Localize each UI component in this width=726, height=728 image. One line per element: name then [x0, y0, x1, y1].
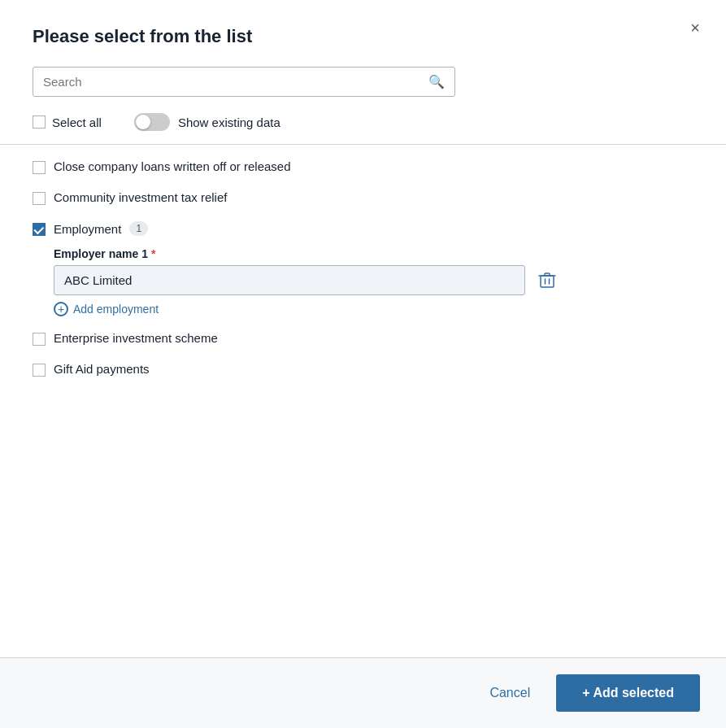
list-item-employment: Employment 1	[0, 213, 726, 244]
item-checkbox-enterprise[interactable]	[33, 333, 46, 346]
svg-rect-0	[541, 276, 554, 287]
modal-dialog: Please select from the list × 🔍 Select a…	[0, 0, 726, 728]
list-item: Community investment tax relief	[0, 182, 726, 213]
show-existing-text: Show existing data	[178, 116, 280, 129]
modal-title: Please select from the list	[33, 26, 693, 47]
list-item: Gift Aid payments	[0, 354, 726, 385]
show-existing-toggle[interactable]	[134, 113, 170, 131]
select-all-text: Select all	[52, 116, 102, 129]
controls-row: Select all Show existing data	[0, 110, 726, 144]
search-box: 🔍	[33, 67, 455, 97]
add-employment-button[interactable]: + Add employment	[54, 295, 159, 320]
employer-input-row	[54, 265, 693, 295]
employer-name-label: Employer name 1*	[54, 247, 693, 260]
item-label-community: Community investment tax relief	[54, 190, 227, 204]
modal-header: Please select from the list ×	[0, 0, 726, 60]
modal-overlay: Please select from the list × 🔍 Select a…	[0, 0, 726, 728]
item-label-close-company: Close company loans written off or relea…	[54, 159, 291, 173]
item-checkbox-close-company[interactable]	[33, 161, 46, 174]
item-checkbox-community[interactable]	[33, 192, 46, 205]
list-item: Enterprise investment scheme	[0, 323, 726, 354]
add-employment-plus-icon: +	[54, 302, 68, 316]
search-input[interactable]	[43, 75, 428, 89]
cancel-button[interactable]: Cancel	[476, 678, 543, 708]
select-all-checkbox[interactable]	[33, 116, 46, 129]
show-existing-toggle-label[interactable]: Show existing data	[134, 113, 280, 131]
item-label-enterprise: Enterprise investment scheme	[54, 331, 218, 345]
item-label-gift-aid: Gift Aid payments	[54, 362, 150, 376]
search-icon: 🔍	[428, 74, 445, 89]
search-section: 🔍	[0, 60, 726, 110]
employment-details: Employer name 1* +	[0, 244, 726, 323]
add-selected-button[interactable]: + Add selected	[556, 674, 700, 712]
item-label-employment: Employment 1	[54, 221, 148, 236]
list-section[interactable]: Close company loans written off or relea…	[0, 145, 726, 657]
trash-icon	[538, 271, 556, 290]
employment-text: Employment	[54, 222, 121, 236]
delete-employer-button[interactable]	[535, 268, 559, 294]
item-checkbox-employment[interactable]	[33, 223, 46, 236]
required-star: *	[151, 247, 155, 260]
modal-footer: Cancel + Add selected	[0, 657, 726, 728]
list-item: Close company loans written off or relea…	[0, 151, 726, 182]
item-checkbox-gift-aid[interactable]	[33, 364, 46, 377]
toggle-thumb	[136, 115, 150, 129]
select-all-label[interactable]: Select all	[33, 116, 102, 129]
employer-name-input[interactable]	[54, 265, 525, 295]
add-employment-label: Add employment	[73, 303, 159, 316]
close-button[interactable]: ×	[687, 16, 703, 39]
employment-badge: 1	[129, 221, 148, 236]
